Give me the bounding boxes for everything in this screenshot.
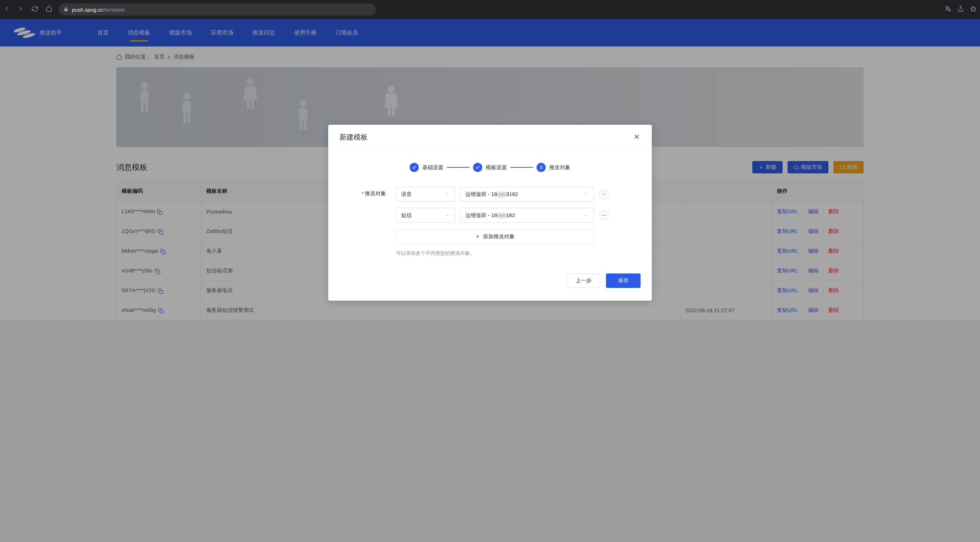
steps: 基础设置模板设置3推送对象 (339, 163, 641, 172)
chevron-down-icon (445, 213, 450, 218)
target-type-select[interactable]: 短信 (396, 208, 455, 223)
lock-icon (64, 7, 68, 13)
url-bar[interactable]: push.spug.cc/template (59, 3, 376, 16)
minus-icon (602, 215, 606, 216)
target-value-select[interactable]: 运维值班 - 18xxxx3182 (460, 187, 594, 202)
target-value-select[interactable]: 运维值班 - 18xxxx182 (460, 208, 594, 223)
star-icon[interactable] (970, 6, 977, 13)
step-label: 基础设置 (422, 164, 444, 171)
check-icon (473, 163, 482, 172)
close-icon[interactable] (633, 133, 641, 142)
home-icon[interactable] (46, 6, 52, 13)
form-hint: 可以添加多个不同类型的推送对象。 (396, 250, 594, 257)
translate-icon[interactable] (945, 6, 951, 13)
url-text: push.spug.cc/template (72, 7, 125, 13)
modal: 新建模板 基础设置模板设置3推送对象 *推送对象 语音 运维值班 - 18xxx… (328, 125, 652, 300)
check-icon (410, 163, 419, 172)
chevron-down-icon (445, 192, 450, 197)
step-label: 推送对象 (549, 164, 570, 171)
back-icon[interactable] (3, 6, 10, 13)
prev-button[interactable]: 上一步 (567, 273, 600, 288)
target-row: 短信 运维值班 - 18xxxx182 (396, 208, 641, 223)
step-0: 基础设置 (410, 163, 444, 172)
reload-icon[interactable] (32, 6, 38, 13)
step-line (511, 167, 533, 168)
remove-target-button[interactable] (599, 210, 609, 220)
step-2: 3推送对象 (536, 163, 570, 172)
step-label: 模板设置 (486, 164, 507, 171)
target-row: 语音 运维值班 - 18xxxx3182 (396, 187, 641, 202)
forward-icon[interactable] (18, 6, 24, 13)
step-line (447, 167, 469, 168)
modal-overlay[interactable]: 新建模板 基础设置模板设置3推送对象 *推送对象 语音 运维值班 - 18xxx… (0, 19, 980, 320)
target-type-select[interactable]: 语音 (396, 187, 455, 202)
modal-title: 新建模板 (339, 132, 368, 142)
svg-rect-27 (602, 194, 606, 194)
form-label-target: *推送对象 (339, 187, 396, 197)
svg-rect-28 (602, 215, 606, 216)
add-target-button[interactable]: 添加推送对象 (396, 229, 594, 244)
share-icon[interactable] (958, 6, 964, 13)
remove-target-button[interactable] (599, 189, 609, 199)
step-1: 模板设置 (473, 163, 507, 172)
plus-icon (475, 234, 480, 239)
chevron-down-icon (584, 213, 589, 218)
step-number: 3 (536, 163, 546, 172)
save-button[interactable]: 保存 (606, 273, 641, 288)
browser-chrome: push.spug.cc/template (0, 0, 980, 19)
chevron-down-icon (584, 192, 589, 197)
minus-icon (602, 194, 606, 194)
